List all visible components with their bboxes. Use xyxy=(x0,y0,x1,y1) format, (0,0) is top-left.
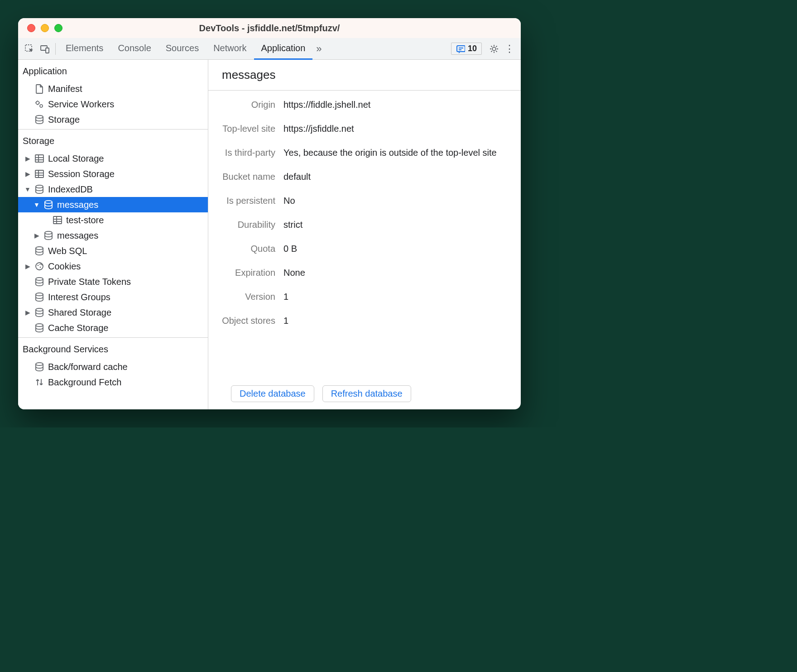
database-icon xyxy=(34,115,44,125)
tree-item-label: Cookies xyxy=(48,261,204,272)
db-icon xyxy=(34,246,44,256)
sidebar-item-background-fetch[interactable]: Background Fetch xyxy=(18,374,208,390)
tree-item-label: IndexedDB xyxy=(48,184,204,195)
sidebar-item-bfcache[interactable]: Back/forward cache xyxy=(18,359,208,374)
tree-item-label: Local Storage xyxy=(48,154,204,164)
table-icon xyxy=(34,154,44,163)
device-toolbar-icon[interactable] xyxy=(37,41,53,57)
sidebar-item-indexeddb[interactable]: ▼IndexedDB xyxy=(18,182,208,197)
table-icon xyxy=(53,215,62,225)
tree-item-label: Service Workers xyxy=(48,99,204,110)
db-icon xyxy=(34,184,44,194)
tree-item-label: Shared Storage xyxy=(48,307,204,318)
sidebar-item-manifest[interactable]: Manifest xyxy=(18,81,208,96)
tab-sources[interactable]: Sources xyxy=(158,38,206,60)
sidebar-item-test-store[interactable]: test-store xyxy=(18,212,208,228)
prop-label: Is persistent xyxy=(216,196,283,206)
prop-label: Quota xyxy=(216,244,283,254)
prop-row-durability: Durabilitystrict xyxy=(216,220,507,230)
prop-value: No xyxy=(283,196,507,206)
main-title: messages xyxy=(208,60,521,91)
db-icon xyxy=(34,277,44,287)
tab-label: Sources xyxy=(166,43,199,53)
expand-arrow-icon[interactable]: ▶ xyxy=(34,232,40,239)
prop-label: Object stores xyxy=(216,316,283,326)
tree-item-label: messages xyxy=(57,230,204,241)
sidebar-item-cache-storage[interactable]: Cache Storage xyxy=(18,320,208,336)
prop-row-origin: Originhttps://fiddle.jshell.net xyxy=(216,100,507,110)
prop-value: None xyxy=(283,268,507,278)
more-tabs-icon[interactable]: » xyxy=(312,43,325,55)
settings-icon[interactable] xyxy=(486,41,502,57)
updown-icon xyxy=(34,377,44,387)
prop-row-is-third-party: Is third-partyYes, because the origin is… xyxy=(216,148,507,158)
db-icon xyxy=(34,292,44,302)
sidebar-item-messages[interactable]: ▶messages xyxy=(18,228,208,243)
prop-value: https://fiddle.jshell.net xyxy=(283,100,507,110)
sidebar-item-cookies[interactable]: ▶Cookies xyxy=(18,259,208,274)
sidebar-item-session-storage[interactable]: ▶Session Storage xyxy=(18,166,208,182)
devtools-toolbar: Elements Console Sources Network Applica… xyxy=(18,38,521,60)
minimize-window-button[interactable] xyxy=(41,24,49,32)
prop-value: Yes, because the origin is outside of th… xyxy=(283,148,507,158)
delete-database-button[interactable]: Delete database xyxy=(231,385,314,402)
inspect-icon[interactable] xyxy=(22,41,37,57)
prop-label: Top-level site xyxy=(216,124,283,134)
prop-label: Expiration xyxy=(216,268,283,278)
sidebar-item-storage[interactable]: Storage xyxy=(18,112,208,127)
prop-row-object-stores: Object stores1 xyxy=(216,316,507,326)
refresh-database-button[interactable]: Refresh database xyxy=(322,385,411,402)
expand-arrow-icon[interactable]: ▼ xyxy=(24,186,31,193)
sidebar-item-shared-storage[interactable]: ▶Shared Storage xyxy=(18,305,208,320)
file-icon xyxy=(34,84,44,94)
more-icon[interactable]: ⋮ xyxy=(502,41,517,57)
sidebar-item-messages[interactable]: ▼messages xyxy=(18,197,208,212)
zoom-window-button[interactable] xyxy=(54,24,62,32)
prop-value: https://jsfiddle.net xyxy=(283,124,507,134)
prop-value: 0 B xyxy=(283,244,507,254)
traffic-lights xyxy=(18,24,62,32)
tree-item-label: test-store xyxy=(66,215,204,226)
tab-label: Application xyxy=(261,43,306,53)
section-application: Application xyxy=(18,60,208,79)
expand-arrow-icon[interactable]: ▼ xyxy=(34,201,40,208)
expand-arrow-icon[interactable]: ▶ xyxy=(24,309,31,316)
prop-value: 1 xyxy=(283,316,507,326)
db-icon xyxy=(34,307,44,317)
sidebar-item-private-state-tokens[interactable]: Private State Tokens xyxy=(18,274,208,289)
db-icon xyxy=(34,323,44,333)
tree-item-label: Session Storage xyxy=(48,169,204,179)
tab-application[interactable]: Application xyxy=(254,38,313,60)
prop-value: default xyxy=(283,172,507,182)
sidebar-item-local-storage[interactable]: ▶Local Storage xyxy=(18,151,208,166)
issues-count: 10 xyxy=(468,44,477,53)
prop-row-top-level-site: Top-level sitehttps://jsfiddle.net xyxy=(216,124,507,134)
sidebar-item-service-workers[interactable]: Service Workers xyxy=(18,96,208,112)
db-icon xyxy=(43,200,53,210)
expand-arrow-icon[interactable]: ▶ xyxy=(24,263,31,270)
window-title: DevTools - jsfiddle.net/5tmpfuzv/ xyxy=(18,23,521,34)
section-storage: Storage xyxy=(18,130,208,149)
prop-row-is-persistent: Is persistentNo xyxy=(216,196,507,206)
issues-button[interactable]: 10 xyxy=(451,43,482,55)
expand-arrow-icon[interactable]: ▶ xyxy=(24,170,31,178)
tab-label: Console xyxy=(118,43,151,53)
cookie-icon xyxy=(34,261,44,271)
database-icon xyxy=(34,362,44,372)
table-icon xyxy=(34,169,44,179)
close-window-button[interactable] xyxy=(27,24,35,32)
prop-label: Bucket name xyxy=(216,172,283,182)
prop-label: Durability xyxy=(216,220,283,230)
properties-table: Originhttps://fiddle.jshell.netTop-level… xyxy=(208,91,521,381)
tree-item-label: Storage xyxy=(48,115,204,125)
sidebar-item-web-sql[interactable]: Web SQL xyxy=(18,243,208,259)
tab-label: Network xyxy=(213,43,246,53)
tab-network[interactable]: Network xyxy=(206,38,254,60)
tab-elements[interactable]: Elements xyxy=(58,38,110,60)
tab-label: Elements xyxy=(66,43,103,53)
sidebar-item-interest-groups[interactable]: Interest Groups xyxy=(18,289,208,305)
tab-console[interactable]: Console xyxy=(110,38,158,60)
prop-value: 1 xyxy=(283,292,507,302)
expand-arrow-icon[interactable]: ▶ xyxy=(24,155,31,162)
titlebar: DevTools - jsfiddle.net/5tmpfuzv/ xyxy=(18,18,521,38)
